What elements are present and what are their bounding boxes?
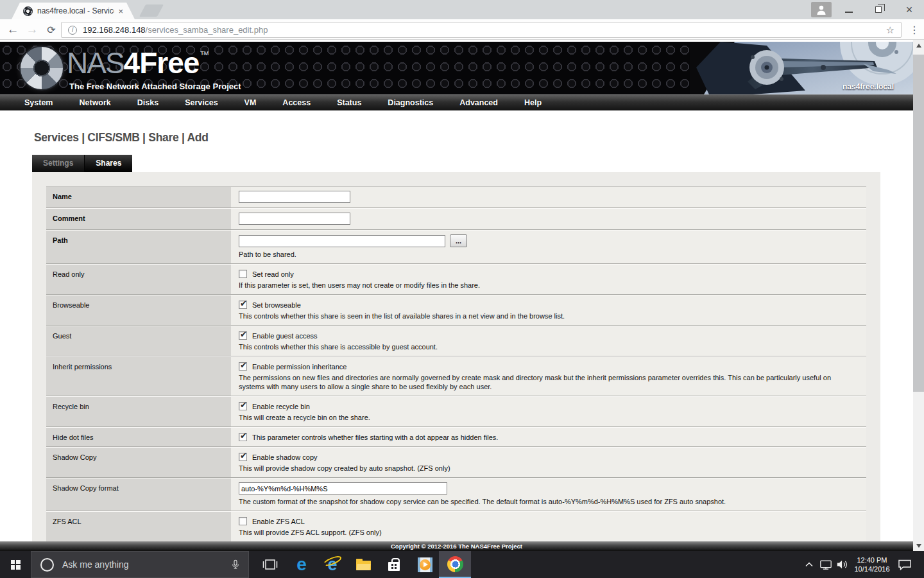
guest-checkbox-label: Enable guest access — [252, 332, 318, 340]
row-label-zfs-acl: ZFS ACL — [46, 512, 231, 541]
hide-dot-files-checkbox-label: This parameter controls whether files st… — [252, 434, 498, 441]
browser-menu-button[interactable]: ⋮ — [907, 22, 921, 38]
shadow-copy-checkbox[interactable]: ✔ — [239, 453, 247, 461]
menu-item-diagnostics[interactable]: Diagnostics — [388, 98, 433, 107]
window-restore-button[interactable] — [866, 0, 891, 19]
microphone-icon[interactable] — [230, 557, 241, 572]
guest-description: This controls whether this share is acce… — [239, 342, 857, 351]
minimize-icon — [845, 12, 853, 13]
section-tabs: Settings Shares — [32, 155, 132, 172]
url-host: 192.168.248.148 — [83, 25, 146, 35]
row-content-path: ...Path to be shared. — [231, 231, 866, 263]
tray-show-hidden-icons-button[interactable] — [801, 551, 817, 578]
browser-tab[interactable]: nas4free.local - Services|CIFS/SMB × — [12, 3, 135, 19]
shadow-copy-format-description: The custom format of the snapshot for sh… — [239, 497, 857, 506]
page-info-icon[interactable]: i — [68, 26, 77, 35]
scrollbar-down-button[interactable] — [913, 540, 924, 551]
menu-item-network[interactable]: Network — [79, 98, 110, 107]
read-only-checkbox[interactable] — [239, 270, 247, 278]
menu-item-help[interactable]: Help — [524, 98, 542, 107]
start-button[interactable] — [0, 551, 31, 578]
action-center-button[interactable] — [894, 551, 915, 578]
recycle-bin-checkbox[interactable]: ✔ — [239, 402, 247, 410]
browseable-checkbox-label: Set browseable — [252, 301, 301, 309]
tray-clock[interactable]: 12:40 PM 10/14/2016 — [851, 551, 893, 578]
bookmark-star-icon[interactable]: ☆ — [886, 24, 894, 36]
form-row-shadow-copy-format: Shadow Copy formatThe custom format of t… — [46, 478, 866, 511]
windows-store-icon — [388, 562, 400, 571]
name-input[interactable] — [239, 191, 350, 203]
form-row-recycle-bin: Recycle bin✔Enable recycle binThis will … — [46, 396, 866, 427]
media-player-taskbar-button[interactable] — [409, 551, 440, 578]
tray-network-button[interactable] — [817, 551, 834, 578]
internet-explorer-icon: e — [323, 555, 342, 574]
cortana-icon — [40, 558, 54, 572]
menu-item-system[interactable]: System — [24, 98, 53, 107]
form-row-shadow-copy: Shadow Copy✔Enable shadow copyThis will … — [46, 447, 866, 478]
shadow-copy-format-input[interactable] — [239, 482, 447, 495]
url-path: /services_samba_share_edit.php — [146, 25, 268, 35]
row-label-path: Path — [46, 231, 231, 263]
comment-input[interactable] — [239, 213, 350, 225]
form-row-guest: Guest✔Enable guest accessThis controls w… — [46, 326, 866, 356]
task-view-icon — [262, 557, 278, 572]
profile-button[interactable] — [811, 2, 832, 17]
windows-store-taskbar-button[interactable] — [379, 551, 409, 578]
internet-explorer-taskbar-button[interactable]: e — [317, 551, 348, 578]
menu-item-status[interactable]: Status — [337, 98, 361, 107]
menu-item-disks[interactable]: Disks — [137, 98, 158, 107]
scrollbar-thumb[interactable] — [913, 55, 924, 392]
logo-trademark: TM — [200, 50, 209, 57]
window-minimize-button[interactable] — [837, 0, 861, 19]
logo-nas: NAS — [67, 46, 124, 80]
chrome-taskbar-button[interactable] — [439, 551, 471, 578]
row-label-shadow-copy: Shadow Copy — [46, 448, 231, 477]
edge-taskbar-button[interactable]: e — [286, 551, 317, 578]
tray-volume-button[interactable] — [834, 551, 851, 578]
logo-tagline: The Free Network Attached Storage Projec… — [69, 82, 241, 91]
page-scrollbar[interactable] — [913, 40, 924, 551]
task-view-button[interactable] — [255, 551, 285, 578]
inherit-permissions-checkbox[interactable]: ✔ — [239, 362, 247, 371]
refresh-button[interactable]: ⟳ — [42, 19, 60, 40]
form-row-path: Path...Path to be shared. — [46, 230, 866, 264]
scrollbar-up-button[interactable] — [913, 40, 924, 51]
menu-item-advanced[interactable]: Advanced — [459, 98, 498, 107]
menu-item-vm[interactable]: VM — [244, 98, 257, 107]
forward-button[interactable]: → — [23, 19, 41, 40]
zfs-acl-checkbox[interactable] — [239, 517, 247, 525]
path-input[interactable] — [239, 235, 445, 247]
file-explorer-taskbar-button[interactable] — [348, 551, 379, 578]
new-tab-button[interactable] — [139, 4, 164, 17]
speaker-icon — [836, 559, 849, 570]
tab-shares[interactable]: Shares — [85, 155, 132, 172]
chrome-icon — [447, 556, 463, 572]
back-button[interactable]: ← — [4, 19, 22, 40]
tab-settings[interactable]: Settings — [32, 155, 85, 172]
form-row-zfs-acl: ZFS ACLEnable ZFS ACLThis will provide Z… — [46, 511, 866, 541]
nas4free-masthead: NAS4FreeTM The Free Network Attached Sto… — [0, 42, 913, 94]
row-content-guest: ✔Enable guest accessThis controls whethe… — [231, 326, 866, 356]
tab-close-icon[interactable]: × — [118, 7, 123, 15]
window-close-button[interactable]: × — [897, 0, 921, 19]
path-browse-button[interactable]: ... — [450, 234, 467, 247]
browseable-checkbox[interactable]: ✔ — [239, 301, 247, 309]
row-content-recycle-bin: ✔Enable recycle binThis will create a re… — [231, 397, 866, 426]
menu-item-access[interactable]: Access — [282, 98, 311, 107]
cortana-search-box[interactable]: Ask me anything — [31, 551, 249, 578]
share-settings-table: NameCommentPath...Path to be shared.Read… — [46, 186, 866, 541]
row-label-recycle-bin: Recycle bin — [46, 397, 231, 426]
checkmark-icon: ✔ — [240, 360, 247, 370]
guest-checkbox[interactable]: ✔ — [239, 331, 247, 340]
content-panel: NameCommentPath...Path to be shared.Read… — [32, 172, 880, 541]
row-label-guest: Guest — [46, 326, 231, 356]
url-bar[interactable]: i 192.168.248.148 /services_samba_share_… — [61, 22, 902, 38]
menu-item-services[interactable]: Services — [185, 98, 218, 107]
restore-icon — [875, 6, 882, 13]
hide-dot-files-checkbox[interactable]: ✔ — [239, 433, 247, 441]
search-placeholder: Ask me anything — [62, 559, 129, 570]
logo-4free: 4Free — [124, 46, 200, 80]
row-label-browseable: Browseable — [46, 295, 231, 325]
nas4free-logo-text: NAS4FreeTM — [67, 46, 209, 80]
row-content-name — [231, 187, 866, 207]
